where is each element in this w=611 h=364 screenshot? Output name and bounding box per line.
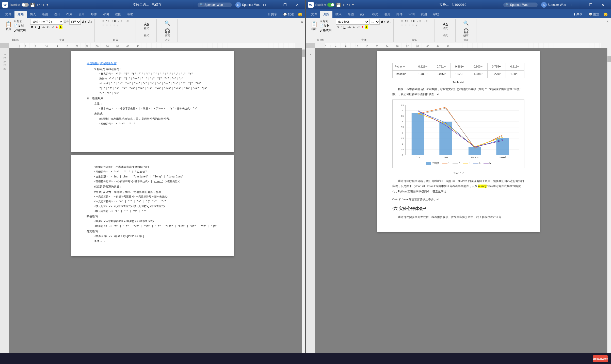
right-undo-btn[interactable]: ↩ [343,3,346,7]
right-minimize-btn[interactable]: ─ [573,1,584,9]
left-highlight-btn[interactable]: A [59,25,62,29]
left-align-center-btn[interactable]: ≡ [105,23,108,27]
right-share-btn[interactable]: ⬆共享 [570,11,586,18]
left-copy-btn[interactable]: 📄复制 [13,24,26,28]
left-indent-decrease-btn[interactable]: ←≡ [117,19,123,23]
right-comments-btn[interactable]: 💬批注 [586,11,602,18]
right-tab-review[interactable]: 审阅 [406,11,418,18]
right-tab-file[interactable]: 文件 [308,11,320,18]
right-copy-btn[interactable]: 📄复制 [319,24,332,28]
left-font-family-select[interactable]: 等线 (中文正文) [30,19,63,25]
left-format-painter-btn[interactable]: 🖌格式刷 [13,28,26,32]
left-restore-btn[interactable]: ❐ [279,1,291,9]
right-justify-btn[interactable]: ≡ [411,23,414,27]
right-scrollbar[interactable] [607,48,611,358]
right-bold-btn[interactable]: B [336,25,340,29]
left-tab-draw[interactable]: 绘图 [39,11,51,18]
right-search-bar[interactable]: 🔍 [503,3,538,7]
left-tab-view[interactable]: 视图 [112,11,124,18]
right-format-painter-btn[interactable]: 🖌格式刷 [319,28,332,32]
left-customize-btn[interactable]: ▼ [46,3,49,6]
left-font-size-select[interactable]: 四号 [69,19,81,25]
left-listen-btn[interactable]: 🎧 听写 [163,28,171,38]
left-minimize-btn[interactable]: ─ [267,1,279,9]
right-multilevel-btn[interactable]: ⋮≡ [409,19,415,23]
left-cut-btn[interactable]: ✂剪切 [13,19,26,23]
right-bullets-btn[interactable]: ≡ [400,19,404,23]
right-indent-decrease-btn[interactable]: ←≡ [416,19,422,23]
right-tab-help[interactable]: 帮助 [430,11,442,18]
left-underline-btn[interactable]: U [37,25,41,29]
left-strikethrough-btn[interactable]: ab [41,25,46,29]
right-tab-layout[interactable]: 布局 [369,11,381,18]
right-ribbon-options[interactable]: 😊 [602,11,609,18]
right-numbering-btn[interactable]: 1≡ [404,19,409,23]
left-bullets-btn[interactable]: ≡ [102,19,105,23]
right-document-area[interactable]: • Python↵ 0.828↵ 0.791↵ 0.861↵ 0.803↵ 0.… [306,48,611,358]
left-tab-home[interactable]: 开始 [14,11,27,18]
right-tab-design[interactable]: 设计 [357,11,369,18]
left-paste-btn[interactable]: 📋 粘贴 [4,19,13,33]
left-search-input[interactable] [204,3,230,7]
left-tab-review[interactable]: 审阅 [100,11,112,18]
left-justify-btn[interactable]: ≡ [113,23,116,27]
left-ribbon-collapse[interactable]: ⊟ [262,3,267,7]
right-redo-btn[interactable]: ↪ [347,3,350,7]
right-customize-btn[interactable]: ▼ [352,3,355,6]
right-save-btn[interactable]: 💾 [336,3,341,7]
left-multilevel-btn[interactable]: ⋮≡ [110,19,116,23]
left-font-color-btn[interactable]: A [55,25,58,29]
right-cut-btn[interactable]: ✂剪切 [319,19,332,23]
left-font-grow-btn[interactable]: A↑ [81,20,87,24]
right-tab-insert[interactable]: 插入 [332,11,345,18]
left-font-shrink-btn[interactable]: A↓ [87,20,93,24]
right-user-info[interactable]: S Spencer Woo [540,2,568,8]
left-indent-increase-btn[interactable]: →≡ [123,19,129,23]
right-line-spacing-btn[interactable]: ↕ [415,23,418,27]
left-numbering-btn[interactable]: 1≡ [105,19,110,23]
right-superscript-btn[interactable]: x² [356,25,360,29]
left-subscript-btn[interactable]: x₂ [46,25,50,29]
right-listen-btn[interactable]: 🎧 听写 [462,28,470,38]
left-close-btn[interactable]: ✕ [292,1,303,9]
left-search-bar[interactable]: 🔍 [198,3,232,7]
right-subscript-btn[interactable]: x₂ [352,25,356,29]
right-font-family-select[interactable]: 华文楷体 [336,19,369,25]
left-ribbon-options[interactable]: 😊 [297,11,303,18]
left-redo-btn[interactable]: ↪ [41,3,44,7]
right-indent-increase-btn[interactable]: →≡ [422,19,428,23]
left-undo-btn[interactable]: ↩ [37,3,40,7]
right-restore-btn[interactable]: ❐ [585,1,597,9]
right-font-shrink-btn[interactable]: A↓ [386,20,392,24]
left-tab-mailings[interactable]: 邮件 [88,11,100,18]
left-save-btn[interactable]: 💾 [30,3,35,7]
right-font-size-select[interactable]: 10 [369,19,380,25]
right-align-right-btn[interactable]: ≡ [408,23,411,27]
right-autosave-toggle[interactable] [327,3,334,7]
right-ribbon-collapse[interactable]: ⊟ [568,3,573,7]
left-tab-file[interactable]: 文件 [2,11,14,18]
left-user-info[interactable]: S Spencer Woo [234,2,262,8]
left-align-right-btn[interactable]: ≡ [109,23,112,27]
left-autosave-toggle[interactable] [22,3,29,7]
right-italic-btn[interactable]: I [340,25,342,29]
left-bold-btn[interactable]: B [30,25,34,29]
right-tab-mailings[interactable]: 邮件 [393,11,406,18]
left-italic-btn[interactable]: I [34,25,37,29]
right-tab-draw[interactable]: 绘图 [345,11,357,18]
left-align-left-btn[interactable]: ≡ [102,23,105,27]
right-align-center-btn[interactable]: ≡ [404,23,407,27]
left-tab-insert[interactable]: 插入 [27,11,39,18]
right-close-btn[interactable]: ✕ [597,1,609,9]
right-font-color-btn[interactable]: A [361,25,364,29]
right-tab-references[interactable]: 引用 [381,11,393,18]
left-share-btn[interactable]: ⬆共享 [265,11,280,18]
right-highlight-btn[interactable]: A [365,25,368,29]
right-tab-view[interactable]: 视图 [418,11,430,18]
left-tab-design[interactable]: 设计 [51,11,63,18]
right-tab-home[interactable]: 开始 [320,11,332,18]
right-strikethrough-btn[interactable]: ab [347,25,351,29]
left-line-spacing-btn[interactable]: ↕ [116,23,119,27]
left-tab-help[interactable]: 帮助 [124,11,136,18]
left-document-area[interactable]: 25 26 27 28 29 点击链接 (填写实验报告) 3. 标点符号和运算符… [0,48,305,358]
